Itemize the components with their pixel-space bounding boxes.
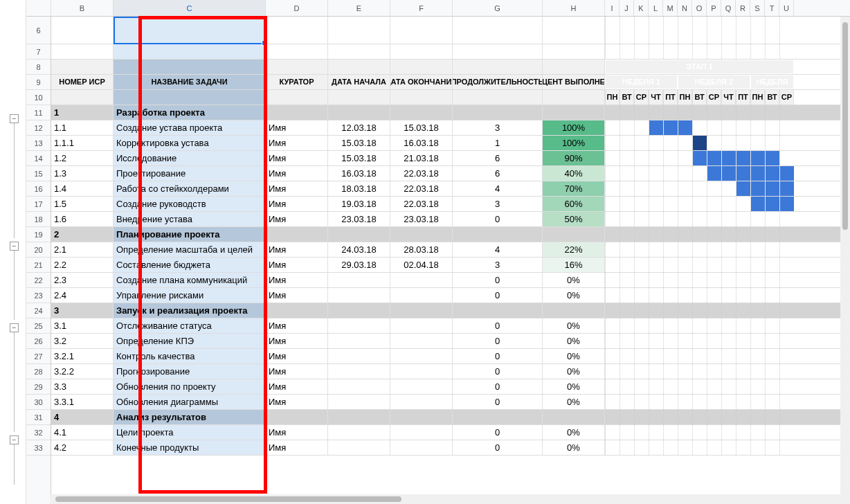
cell[interactable]	[266, 105, 328, 120]
gantt[interactable]	[779, 334, 794, 348]
end-cell[interactable]	[390, 318, 453, 333]
gantt[interactable]	[678, 379, 692, 394]
gantt[interactable]	[692, 197, 707, 211]
gantt[interactable]	[721, 120, 736, 135]
outline-collapse-icon[interactable]: −	[10, 323, 19, 332]
row-header-19[interactable]: 19	[26, 227, 51, 242]
task-cell[interactable]: Запуск и реализация проекта	[114, 303, 266, 318]
gantt[interactable]	[765, 105, 779, 120]
cell[interactable]	[51, 44, 114, 59]
cell[interactable]	[390, 303, 453, 318]
gantt[interactable]	[678, 197, 692, 211]
gantt[interactable]	[779, 273, 794, 287]
gantt[interactable]	[692, 273, 707, 287]
gantt[interactable]	[678, 440, 692, 455]
gantt[interactable]	[634, 395, 649, 409]
duration-cell[interactable]: 3	[453, 258, 543, 272]
gantt[interactable]	[779, 379, 794, 394]
gantt[interactable]	[620, 120, 634, 135]
cell[interactable]	[736, 44, 750, 59]
gantt[interactable]	[649, 120, 663, 135]
gantt[interactable]	[678, 151, 692, 165]
duration-cell[interactable]: 6	[453, 151, 543, 165]
duration-cell[interactable]: 0	[453, 440, 543, 455]
gantt[interactable]	[634, 120, 649, 135]
gantt[interactable]	[779, 410, 794, 424]
gantt[interactable]	[707, 273, 721, 287]
gantt[interactable]	[634, 258, 649, 272]
cell[interactable]	[707, 44, 721, 59]
gantt[interactable]	[765, 318, 779, 333]
task-cell[interactable]: Внедрение устава	[114, 212, 266, 226]
start-cell[interactable]: 29.03.18	[328, 258, 390, 272]
gantt[interactable]	[692, 349, 707, 363]
pct-cell[interactable]: 0%	[543, 334, 605, 348]
cell[interactable]	[678, 44, 692, 59]
column-header-H[interactable]: H	[543, 0, 605, 16]
gantt[interactable]	[605, 440, 620, 455]
gantt[interactable]	[678, 136, 692, 150]
gantt[interactable]	[620, 151, 634, 165]
gantt[interactable]	[649, 212, 663, 226]
wbs-cell[interactable]: 4.2	[51, 440, 114, 455]
gantt[interactable]	[765, 212, 779, 226]
gantt[interactable]	[634, 136, 649, 150]
start-cell[interactable]	[328, 349, 390, 363]
gantt[interactable]	[663, 303, 678, 318]
gantt[interactable]	[736, 349, 750, 363]
end-cell[interactable]	[390, 395, 453, 409]
gantt[interactable]	[692, 379, 707, 394]
row-header-27[interactable]: 27	[26, 349, 51, 364]
cell[interactable]	[328, 227, 390, 242]
gantt[interactable]	[649, 364, 663, 379]
gantt[interactable]	[605, 166, 620, 181]
gantt[interactable]	[765, 181, 779, 196]
gantt[interactable]	[663, 440, 678, 455]
gantt[interactable]	[605, 258, 620, 272]
gantt[interactable]	[649, 440, 663, 455]
gantt[interactable]	[736, 318, 750, 333]
cell[interactable]	[390, 17, 453, 44]
gantt[interactable]	[765, 242, 779, 257]
gantt[interactable]	[707, 227, 721, 242]
task-cell[interactable]: Определение масштаба и целей	[114, 242, 266, 257]
gantt[interactable]	[736, 242, 750, 257]
gantt[interactable]	[779, 425, 794, 440]
gantt[interactable]	[765, 303, 779, 318]
gantt[interactable]	[721, 227, 736, 242]
cell[interactable]	[453, 44, 543, 59]
pct-cell[interactable]: 60%	[543, 197, 605, 211]
gantt[interactable]	[721, 151, 736, 165]
gantt[interactable]	[649, 273, 663, 287]
gantt[interactable]	[765, 166, 779, 181]
gantt[interactable]	[721, 410, 736, 424]
wbs-cell[interactable]: 3.2	[51, 334, 114, 348]
gantt[interactable]	[634, 425, 649, 440]
column-header-O[interactable]: O	[692, 0, 707, 16]
gantt[interactable]	[750, 334, 765, 348]
cell[interactable]	[266, 410, 328, 424]
gantt[interactable]	[620, 318, 634, 333]
row-header-12[interactable]: 12	[26, 120, 51, 136]
gantt[interactable]	[779, 349, 794, 363]
pct-cell[interactable]: 40%	[543, 166, 605, 181]
duration-cell[interactable]: 3	[453, 197, 543, 211]
gantt[interactable]	[707, 120, 721, 135]
task-cell[interactable]: Работа со стейкхолдерами	[114, 181, 266, 196]
gantt[interactable]	[620, 136, 634, 150]
gantt[interactable]	[605, 151, 620, 165]
wbs-cell[interactable]: 2.2	[51, 258, 114, 272]
owner-cell[interactable]: Имя	[266, 379, 328, 394]
gantt[interactable]	[634, 379, 649, 394]
gantt[interactable]	[649, 181, 663, 196]
start-cell[interactable]: 24.03.18	[328, 242, 390, 257]
wbs-cell[interactable]: 4	[51, 410, 114, 424]
gantt[interactable]	[779, 197, 794, 211]
gantt[interactable]	[692, 303, 707, 318]
outline-collapse-icon[interactable]: −	[10, 242, 19, 251]
row-header-15[interactable]: 15	[26, 166, 51, 181]
gantt[interactable]	[605, 136, 620, 150]
gantt[interactable]	[721, 105, 736, 120]
gantt[interactable]	[605, 349, 620, 363]
gantt[interactable]	[750, 105, 765, 120]
